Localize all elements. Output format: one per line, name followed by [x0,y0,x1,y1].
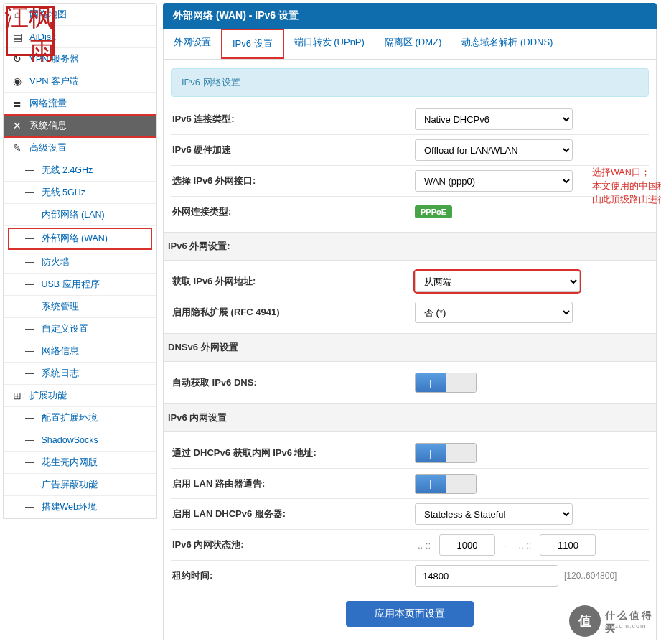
section-lan: IPv6 内网设置 [164,403,656,432]
toggle-dhcp-lan[interactable]: | [415,443,477,463]
toggle-auto-dns[interactable]: | [415,373,477,393]
lbl-lan-dhcp: 启用 LAN DHCPv6 服务器: [171,508,415,521]
sidebar: ⌂网络地图 ▤AiDisk ↻VPN 服务器 ◉VPN 客户端 ≣网络流量 ✕系… [0,0,161,644]
section-wan: IPv6 外网设置: [164,232,656,261]
content: IPv6 网络设置 IPv6 连接类型: Native DHCPv6 IPv6 … [163,60,657,640]
nav-lan[interactable]: —内部网络 (LAN) [4,204,156,226]
section-dns: DNSv6 外网设置 [164,333,656,362]
grid-icon: ⊞ [11,390,24,401]
lease-hint: [120..604800] [564,571,617,581]
lbl-lan-ra: 启用 LAN 路由器通告: [171,477,415,490]
tab-wan[interactable]: 外网设置 [164,29,221,59]
lbl-dhcp-lan: 通过 DHCPv6 获取内网 IPv6 地址: [171,447,415,459]
lbl-conn-type: IPv6 连接类型: [171,113,415,126]
sel-hw-accel[interactable]: Offload for LAN/WLAN [415,139,573,161]
tabs: 外网设置 IPv6 设置 端口转发 (UPnP) 隔离区 (DMZ) 动态域名解… [163,29,657,60]
lbl-lease: 租约时间: [171,569,415,582]
nav-sysinfo[interactable]: ✕系统信息 [4,115,156,137]
main-panel: 外部网络 (WAN) - IPv6 设置 外网设置 IPv6 设置 端口转发 (… [161,0,661,644]
lbl-get-addr: 获取 IPv6 外网地址: [171,275,415,288]
page-title: 外部网络 (WAN) - IPv6 设置 [163,3,657,29]
input-pool-start[interactable] [439,534,495,556]
tab-ipv6[interactable]: IPv6 设置 [221,29,284,59]
shuffle-icon: ✕ [11,120,24,131]
nav-wifi24[interactable]: —无线 2.4GHz [4,159,156,182]
home-icon: ⌂ [11,9,24,20]
info-box: IPv6 网络设置 [171,68,649,97]
lbl-wan-if: 选择 IPv6 外网接口: [171,174,415,187]
sidebar-list: ⌂网络地图 ▤AiDisk ↻VPN 服务器 ◉VPN 客户端 ≣网络流量 ✕系… [3,3,157,519]
nav-vpn-server[interactable]: ↻VPN 服务器 [4,48,156,70]
nav-netinfo[interactable]: —网络信息 [4,340,156,363]
wrench-icon: ✎ [11,142,24,154]
tab-dmz[interactable]: 隔离区 (DMZ) [375,29,451,59]
nav-usb[interactable]: —USB 应用程序 [4,274,156,296]
sel-get-addr[interactable]: 从两端 [415,271,580,292]
nav-ext-oray[interactable]: —花生壳内网版 [4,452,156,474]
nav-wifi5[interactable]: —无线 5GHz [4,182,156,204]
nav-ext-web[interactable]: —搭建Web环境 [4,496,156,518]
nav-sysadmin[interactable]: —系统管理 [4,296,156,318]
nav-custom[interactable]: —自定义设置 [4,318,156,340]
annotation-note: 选择WAN口； 本文使用的中国移动光猫不拨号， 由此顶级路由进行拨号 [592,166,661,206]
nav-traffic[interactable]: ≣网络流量 [4,93,156,115]
lbl-auto-dns: 自动获取 IPv6 DNS: [171,376,415,389]
bars-icon: ≣ [11,98,24,109]
sel-lan-dhcp[interactable]: Stateless & Stateful [415,503,573,525]
lbl-privacy: 启用隐私扩展 (RFC 4941) [171,306,415,319]
nav-syslog[interactable]: —系统日志 [4,363,156,385]
lbl-pool: IPv6 内网状态池: [171,538,415,551]
nav-ext-ss[interactable]: —ShadowSocks [4,429,156,452]
nav-firewall[interactable]: —防火墙 [4,251,156,274]
nav-vpn-client[interactable]: ◉VPN 客户端 [4,70,156,93]
vpn-icon: ↻ [11,53,24,65]
nav-extensions[interactable]: ⊞扩展功能 [4,385,156,407]
nav-ext-adblock[interactable]: —广告屏蔽功能 [4,474,156,496]
pool-prefix-a: .. :: [415,540,433,551]
sel-wan-if[interactable]: WAN (ppp0) [415,170,573,192]
input-pool-end[interactable] [540,534,596,556]
nav-aidisk[interactable]: ▤AiDisk [4,26,156,48]
nav-netmap[interactable]: ⌂网络地图 [4,4,156,26]
nav-ext-config[interactable]: —配置扩展环境 [4,407,156,429]
input-lease[interactable] [415,565,558,587]
apply-button[interactable]: 应用本页面设置 [346,601,474,627]
lbl-wan-conn: 外网连接类型: [171,205,415,218]
watermark-smzdm: 值 什么值得买 smzdm.com [569,605,655,638]
lbl-hw-accel: IPv6 硬件加速 [171,144,415,157]
disk-icon: ▤ [11,31,24,42]
tab-ddns[interactable]: 动态域名解析 (DDNS) [451,29,563,59]
nav-advanced[interactable]: ✎高级设置 [4,137,156,159]
nav-wan[interactable]: —外部网络 (WAN) [8,228,152,250]
pool-sep: - [501,540,510,551]
pool-prefix-b: .. :: [515,540,534,551]
toggle-lan-ra[interactable]: | [415,474,477,494]
sel-privacy[interactable]: 否 (*) [415,302,573,323]
tab-upnp[interactable]: 端口转发 (UPnP) [284,29,375,59]
badge-pppoe: PPPoE [415,205,452,218]
sel-conn-type[interactable]: Native DHCPv6 [415,108,573,130]
globe-icon: ◉ [11,75,24,87]
